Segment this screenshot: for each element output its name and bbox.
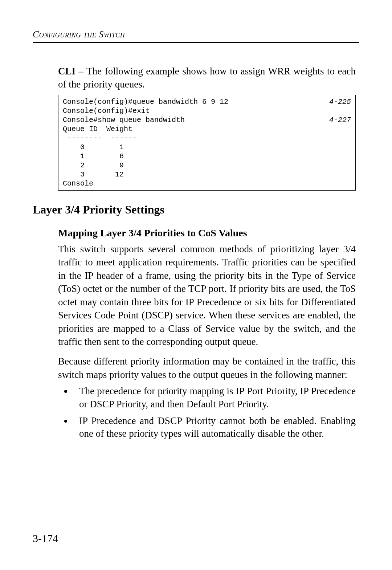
code-line: 2 9 xyxy=(63,161,351,170)
code-text: Console(config)#queue bandwidth 6 9 12 xyxy=(63,97,228,106)
code-line: Console xyxy=(63,179,351,188)
code-line: 0 1 xyxy=(63,143,351,152)
code-line: 1 6 xyxy=(63,152,351,161)
page-number: 3-174 xyxy=(33,532,58,545)
subsection-heading-mapping: Mapping Layer 3/4 Priorities to CoS Valu… xyxy=(58,227,356,239)
cli-label: CLI xyxy=(58,66,75,77)
code-line: Console(config)#queue bandwidth 6 9 124-… xyxy=(63,97,351,106)
section-body: Mapping Layer 3/4 Priorities to CoS Valu… xyxy=(58,227,356,440)
bullet-list: The precedence for priority mapping is I… xyxy=(58,385,356,440)
code-text: 2 9 xyxy=(63,161,124,170)
paragraph-1: This switch supports several common meth… xyxy=(58,243,356,349)
code-line: 3 12 xyxy=(63,170,351,179)
code-text: -------- ------ xyxy=(63,134,137,143)
code-line: -------- ------ xyxy=(63,134,351,143)
code-text: 0 1 xyxy=(63,143,124,152)
code-text: Console xyxy=(63,179,93,188)
header-rule xyxy=(33,42,359,43)
code-line: Console#show queue bandwidth4-227 xyxy=(63,115,351,125)
running-head: Configuring the Switch xyxy=(33,29,359,40)
code-text: 1 6 xyxy=(63,152,124,161)
intro-block: CLI – The following example shows how to… xyxy=(58,65,356,191)
bullet-item: IP Precedence and DSCP Priority cannot b… xyxy=(73,415,356,440)
code-line: Queue ID Weight xyxy=(63,125,351,134)
code-ref: 4-227 xyxy=(329,115,351,125)
code-text: Queue ID Weight xyxy=(63,125,132,134)
section-heading-layer34: Layer 3/4 Priority Settings xyxy=(33,203,359,216)
paragraph-2: Because different priority information m… xyxy=(58,355,356,381)
code-text: Console#show queue bandwidth xyxy=(63,115,185,125)
bullet-item: The precedence for priority mapping is I… xyxy=(73,385,356,411)
intro-paragraph: CLI – The following example shows how to… xyxy=(58,65,356,91)
intro-text: – The following example shows how to ass… xyxy=(58,66,356,90)
code-ref: 4-225 xyxy=(329,97,351,106)
page: Configuring the Switch CLI – The followi… xyxy=(0,0,392,570)
code-text: Console(config)#exit xyxy=(63,106,150,115)
code-block: Console(config)#queue bandwidth 6 9 124-… xyxy=(58,95,356,191)
code-text: 3 12 xyxy=(63,170,124,179)
code-line: Console(config)#exit xyxy=(63,106,351,115)
